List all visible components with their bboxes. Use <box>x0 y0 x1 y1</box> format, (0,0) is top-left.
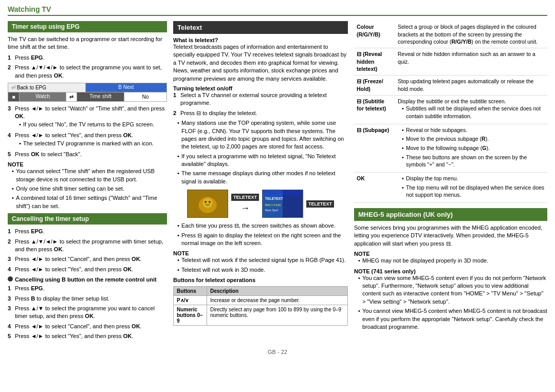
cancel-step-4: 4 Press ◄/► to select "Yes", and then pr… <box>8 266 167 273</box>
step-number: 4 <box>8 323 15 330</box>
bullet-item: The same message displays during other m… <box>177 170 348 185</box>
desc-cell: Increase or decrease the page number. <box>207 296 348 305</box>
turning-bullets: Many stations use the TOP operating syst… <box>173 119 348 185</box>
buttons-table: Buttons Description P∧/∨ Increase or dec… <box>173 286 348 326</box>
col-header-buttons: Buttons <box>174 287 207 296</box>
colour-label: Colour(R/G/Y/B) <box>354 21 395 48</box>
mheg-note741-title: NOTE (741 series only) <box>354 268 547 274</box>
reveal-label: ⊟ (Revealhiddenteletext) <box>354 48 395 76</box>
table-row: P∧/∨ Increase or decrease the page numbe… <box>174 296 348 305</box>
teletext-note: NOTE Teletext will not work if the selec… <box>173 250 348 274</box>
page-section-title: Watching TV <box>8 5 547 16</box>
step-content: Press B to display the timer setup list. <box>15 295 167 303</box>
b-step-5: 5 Press ◄/► to select "Yes", and then pr… <box>8 332 167 340</box>
step-content: Press ▲/▼/◄/► to select the programme yo… <box>15 64 167 80</box>
mheg-title: MHEG-5 application (UK only) <box>354 208 547 221</box>
turning-title: Turning teletext on/off <box>173 85 232 91</box>
ok-bullet: Display the top menu. <box>402 175 545 182</box>
colour-text: Select a group or block of pages display… <box>395 21 547 48</box>
subpage-bullet: Move to the following subpage (G). <box>402 144 545 152</box>
note-item: Only one time shift timer setting can be… <box>12 185 167 193</box>
timer-step-2: 2 Press ▲/▼/◄/► to select the programme … <box>8 64 167 80</box>
step-content: Press ◄/► to select "Watch" or "Time shi… <box>15 105 167 129</box>
step-number: 5 <box>8 151 15 158</box>
epg-row-1: ⏎ Back to EPG B Next <box>8 83 166 92</box>
epg-row-2: ■ Watch ⇄ Time shift No <box>8 92 166 101</box>
ok-bullets: Display the top menu. The top menu will … <box>398 175 545 199</box>
freeze-label: ⊟ (Freeze/Hold) <box>354 76 395 95</box>
note-item: Teletext will not work if the selected s… <box>177 256 348 264</box>
epg-watch: Watch <box>20 92 66 101</box>
subpage-bullet: Reveal or hide subpages. <box>402 126 545 134</box>
svg-rect-7 <box>263 190 303 195</box>
caption-1: Each time you press ⊟, the screen switch… <box>177 222 348 230</box>
mheg-section: MHEG-5 application (UK only) Some servic… <box>354 208 547 331</box>
step-number: 1 <box>8 54 15 62</box>
buttons-title: Buttons for teletext operations <box>173 277 255 283</box>
mheg-text: Some services bring you programmes with … <box>354 224 547 248</box>
epg-no: No <box>124 92 166 101</box>
step-number: 3 <box>8 305 15 321</box>
turning-step-1: 1 Select a TV channel or external source… <box>173 91 348 107</box>
teletext-label-center: TELETEXT → <box>231 194 259 214</box>
b-button-header: Cancelling using B button on the remote … <box>8 276 167 283</box>
cancel-step-3: 3 Press ◄/► to select "Cancel", and then… <box>8 255 167 263</box>
b-step-3: 3 Press ▲/▼ to select the programme you … <box>8 305 167 321</box>
step-number: 4 <box>8 132 15 148</box>
mheg-note-title: NOTE <box>354 251 547 257</box>
turning-step-2: 2 Press ⊟ to display the teletext. <box>173 109 348 117</box>
epg-timeshift: Time shift <box>77 92 124 101</box>
b-step-4: 4 Press ◄/► to select "Cancel", and then… <box>8 323 167 330</box>
ok-bullet: The top menu will not be displayed when … <box>402 184 545 199</box>
mheg-note741-list: You can view some MHEG-5 content even if… <box>354 274 547 331</box>
timer-section-header: Timer setup using EPG <box>8 21 167 32</box>
step-number: 2 <box>8 238 15 254</box>
b-button-title: Cancelling using B button on the remote … <box>15 276 157 283</box>
subpage-bullet: These two buttons are shown on the scree… <box>402 154 545 169</box>
timer-intro: The TV can be switched to a programme or… <box>8 35 167 51</box>
mid-column: Teletext What is teletext? Teletext broa… <box>173 21 348 329</box>
mheg-note741: NOTE (741 series only) You can view some… <box>354 268 547 331</box>
step-number: 3 <box>8 255 15 263</box>
subpage-text: Reveal or hide subpages. Move to the pre… <box>395 124 547 172</box>
step-number: 3 <box>8 105 15 129</box>
what-text: Teletext broadcasts pages of information… <box>173 43 348 83</box>
step-content: Press ◄/► to select "Yes", and then pres… <box>15 332 167 340</box>
teletext-note-list: Teletext will not work if the selected s… <box>173 256 348 274</box>
desc-cell: Directly select any page from 100 to 899… <box>207 305 348 326</box>
subtitle-text: Display the subtitle or exit the subtitl… <box>395 95 547 124</box>
b-button-section: Cancelling using B button on the remote … <box>8 276 167 340</box>
svg-text:News Sport: News Sport <box>265 209 279 212</box>
b-step-1: 1 Press EPG. <box>8 285 167 292</box>
step-content: Press ◄/► to select "Cancel", and then p… <box>15 255 167 263</box>
step-number: 2 <box>8 64 15 80</box>
right-column: Colour(R/G/Y/B) Select a group or block … <box>354 21 547 334</box>
svg-text:BBC1 P100: BBC1 P100 <box>265 203 281 207</box>
reveal-text: Reveal or hide hidden information such a… <box>395 48 547 76</box>
freeze-text: Stop updating teletext pages automatical… <box>395 76 547 95</box>
sub-item: If you select "No", the TV returns to th… <box>19 121 167 128</box>
caption-2: Press ⊟ again to display the teletext on… <box>177 232 348 248</box>
note-item: Teletext will not work in 3D mode. <box>177 266 348 274</box>
step-number: 5 <box>8 332 15 340</box>
epg-box: ⏎ Back to EPG B Next ■ Watch ⇄ Time shif… <box>8 83 167 102</box>
step-content: Press EPG. <box>15 285 167 292</box>
lion-image-left <box>187 190 228 218</box>
bullet-item: Many stations use the TOP operating syst… <box>177 119 348 151</box>
page-number: GB - 22 <box>8 349 547 355</box>
ok-label: OK <box>354 173 395 203</box>
svg-text:TELETEXT: TELETEXT <box>265 197 284 200</box>
timer-note: NOTE You cannot select "Time shift" when… <box>8 161 167 210</box>
svg-point-4 <box>209 201 211 203</box>
step-number: 1 <box>173 91 180 107</box>
timer-step-3: 3 Press ◄/► to select "Watch" or "Time s… <box>8 105 167 129</box>
lion-image-right: TELETEXT BBC1 P100 News Sport <box>262 190 303 218</box>
note-list: You cannot select "Time shift" when the … <box>8 167 167 210</box>
mheg-note-list: MHEG may not be displayed properly in 3D… <box>354 257 547 265</box>
step-content: Press ▲/▼ to select the programme you wa… <box>15 305 167 321</box>
btn-cell: P∧/∨ <box>174 296 207 305</box>
mheg-note-item: MHEG may not be displayed properly in 3D… <box>358 257 547 265</box>
bullet-item: If you select a programme with no telete… <box>177 153 348 169</box>
cancel-section-header: Cancelling the timer setup <box>8 213 167 225</box>
b-step-2: 3 Press B to display the timer setup lis… <box>8 295 167 303</box>
